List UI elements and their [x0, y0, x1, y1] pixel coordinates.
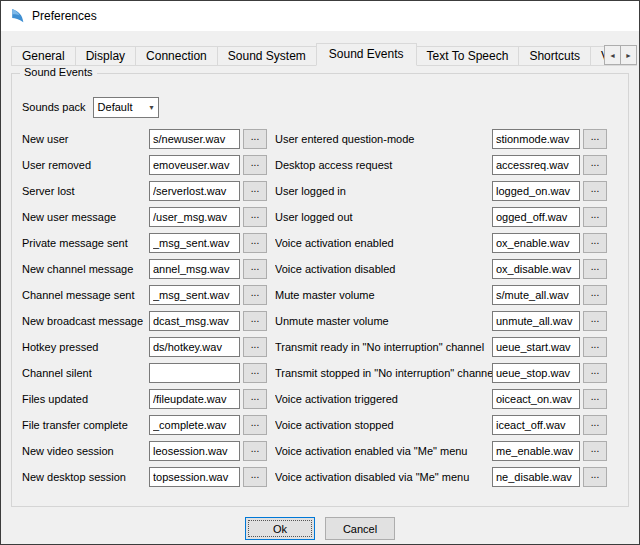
- sound-file-input[interactable]: [492, 181, 580, 201]
- browse-button[interactable]: ...: [583, 363, 607, 383]
- sound-file-input[interactable]: [492, 467, 580, 487]
- sound-file-input[interactable]: [492, 311, 580, 331]
- tab-bar: GeneralDisplayConnectionSound SystemSoun…: [11, 44, 637, 66]
- tab-text-to-speech[interactable]: Text To Speech: [416, 46, 520, 66]
- browse-button[interactable]: ...: [583, 129, 607, 149]
- browse-button[interactable]: ...: [243, 363, 267, 383]
- sound-event-row: User logged in ...: [275, 178, 607, 204]
- browse-button[interactable]: ...: [243, 441, 267, 461]
- ok-button[interactable]: Ok: [245, 517, 315, 540]
- sound-event-row: New desktop session ...: [22, 464, 267, 490]
- sound-file-input[interactable]: [492, 337, 580, 357]
- app-icon: [9, 8, 26, 25]
- sound-event-row: Desktop access request ...: [275, 152, 607, 178]
- tab-general[interactable]: General: [11, 46, 76, 66]
- sound-event-label: User logged in: [275, 185, 492, 197]
- sound-event-label: Server lost: [22, 185, 149, 197]
- browse-button[interactable]: ...: [243, 415, 267, 435]
- browse-button[interactable]: ...: [583, 285, 607, 305]
- browse-button[interactable]: ...: [583, 155, 607, 175]
- sound-event-row: New user message ...: [22, 204, 267, 230]
- sound-file-input[interactable]: [492, 285, 580, 305]
- browse-button[interactable]: ...: [583, 259, 607, 279]
- tab-sound-system[interactable]: Sound System: [217, 46, 317, 66]
- browse-button[interactable]: ...: [243, 285, 267, 305]
- sound-file-input[interactable]: [149, 337, 240, 357]
- sound-event-row: Files updated ...: [22, 386, 267, 412]
- browse-button[interactable]: ...: [583, 233, 607, 253]
- tab-display[interactable]: Display: [75, 46, 136, 66]
- sound-file-input[interactable]: [492, 155, 580, 175]
- dialog-buttons: Ok Cancel: [1, 517, 639, 540]
- sound-file-input[interactable]: [149, 467, 240, 487]
- browse-button[interactable]: ...: [243, 389, 267, 409]
- browse-button[interactable]: ...: [583, 415, 607, 435]
- sound-event-row: Mute master volume ...: [275, 282, 607, 308]
- browse-button[interactable]: ...: [243, 129, 267, 149]
- browse-button[interactable]: ...: [583, 467, 607, 487]
- sound-file-input[interactable]: [492, 415, 580, 435]
- sound-event-row: User entered question-mode ...: [275, 126, 607, 152]
- browse-button[interactable]: ...: [243, 181, 267, 201]
- browse-button[interactable]: ...: [583, 441, 607, 461]
- sound-events-left-column: New user ... User removed ... Server los…: [22, 126, 267, 490]
- sound-event-label: User removed: [22, 159, 149, 171]
- tab-connection[interactable]: Connection: [135, 46, 218, 66]
- sound-file-input[interactable]: [149, 363, 240, 383]
- browse-button[interactable]: ...: [583, 311, 607, 331]
- sound-event-label: Voice activation enabled via "Me" menu: [275, 445, 492, 457]
- sound-file-input[interactable]: [149, 441, 240, 461]
- sound-file-input[interactable]: [492, 207, 580, 227]
- sound-event-label: Voice activation disabled via "Me" menu: [275, 471, 492, 483]
- sound-event-label: Mute master volume: [275, 289, 492, 301]
- sound-file-input[interactable]: [492, 389, 580, 409]
- sound-file-input[interactable]: [149, 415, 240, 435]
- browse-button[interactable]: ...: [243, 467, 267, 487]
- sound-event-row: Private message sent ...: [22, 230, 267, 256]
- browse-button[interactable]: ...: [243, 207, 267, 227]
- tab-sound-events[interactable]: Sound Events: [316, 43, 417, 66]
- tab-scroll-right-button[interactable]: ►: [620, 45, 637, 65]
- group-title: Sound Events: [20, 66, 97, 78]
- sound-event-columns: New user ... User removed ... Server los…: [22, 126, 628, 490]
- sound-event-label: Voice activation triggered: [275, 393, 492, 405]
- sound-event-label: File transfer complete: [22, 419, 149, 431]
- sound-file-input[interactable]: [149, 389, 240, 409]
- sound-file-input[interactable]: [492, 441, 580, 461]
- sound-event-row: New channel message ...: [22, 256, 267, 282]
- cancel-button[interactable]: Cancel: [325, 517, 395, 540]
- sounds-pack-select[interactable]: Default ▾: [93, 97, 159, 118]
- sound-file-input[interactable]: [149, 181, 240, 201]
- browse-button[interactable]: ...: [243, 337, 267, 357]
- sound-file-input[interactable]: [149, 285, 240, 305]
- sound-file-input[interactable]: [149, 233, 240, 253]
- sound-file-input[interactable]: [149, 259, 240, 279]
- sound-event-row: Server lost ...: [22, 178, 267, 204]
- tab-shortcuts[interactable]: Shortcuts: [518, 46, 591, 66]
- sound-file-input[interactable]: [149, 129, 240, 149]
- sound-file-input[interactable]: [492, 259, 580, 279]
- sound-file-input[interactable]: [492, 233, 580, 253]
- browse-button[interactable]: ...: [243, 233, 267, 253]
- sound-event-label: Private message sent: [22, 237, 149, 249]
- browse-button[interactable]: ...: [583, 181, 607, 201]
- browse-button[interactable]: ...: [583, 207, 607, 227]
- sound-event-row: New user ...: [22, 126, 267, 152]
- sound-event-label: Unmute master volume: [275, 315, 492, 327]
- browse-button[interactable]: ...: [583, 389, 607, 409]
- sounds-pack-label: Sounds pack: [22, 101, 86, 113]
- browse-button[interactable]: ...: [243, 311, 267, 331]
- browse-button[interactable]: ...: [583, 337, 607, 357]
- sound-file-input[interactable]: [149, 207, 240, 227]
- sound-file-input[interactable]: [149, 155, 240, 175]
- tab-scroll-left-button[interactable]: ◄: [604, 45, 621, 65]
- sound-file-input[interactable]: [492, 129, 580, 149]
- titlebar: Preferences: [1, 1, 639, 31]
- browse-button[interactable]: ...: [243, 155, 267, 175]
- sound-event-label: Voice activation disabled: [275, 263, 492, 275]
- sound-file-input[interactable]: [149, 311, 240, 331]
- sounds-pack-value: Default: [98, 101, 147, 113]
- sound-file-input[interactable]: [492, 363, 580, 383]
- browse-button[interactable]: ...: [243, 259, 267, 279]
- sound-events-right-column: User entered question-mode ... Desktop a…: [275, 126, 607, 490]
